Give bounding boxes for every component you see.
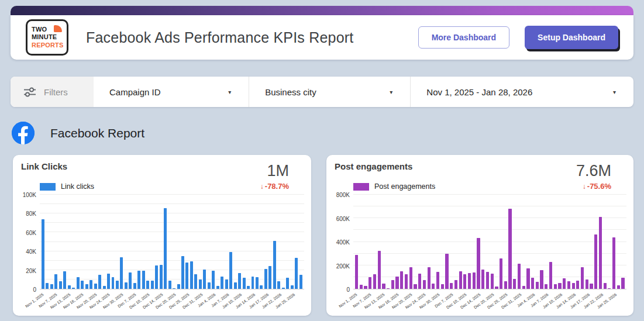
bar[interactable]	[247, 286, 250, 289]
bar[interactable]	[418, 274, 421, 289]
bar[interactable]	[369, 277, 371, 289]
bar[interactable]	[409, 267, 412, 289]
bar[interactable]	[72, 288, 75, 289]
bar[interactable]	[77, 277, 80, 289]
bar[interactable]	[243, 278, 246, 289]
bar[interactable]	[500, 258, 502, 289]
bar[interactable]	[112, 277, 115, 289]
bar[interactable]	[594, 234, 597, 289]
bar[interactable]	[151, 281, 154, 289]
bar[interactable]	[387, 288, 390, 289]
bar[interactable]	[477, 238, 480, 289]
bar[interactable]	[85, 284, 88, 289]
legend-item[interactable]: Post engagements	[353, 182, 435, 191]
bar[interactable]	[81, 281, 84, 289]
bar[interactable]	[277, 281, 280, 289]
bar[interactable]	[50, 284, 53, 289]
bar[interactable]	[450, 283, 453, 289]
bar[interactable]	[125, 282, 128, 289]
bar[interactable]	[391, 280, 394, 289]
bar[interactable]	[221, 277, 223, 289]
bar[interactable]	[252, 277, 254, 289]
bar[interactable]	[599, 217, 602, 289]
bar[interactable]	[89, 280, 92, 289]
bar[interactable]	[264, 269, 267, 289]
bar[interactable]	[177, 284, 180, 289]
bar[interactable]	[526, 268, 529, 289]
bar[interactable]	[608, 288, 611, 289]
bar[interactable]	[103, 286, 106, 289]
bar[interactable]	[414, 284, 416, 289]
bar[interactable]	[382, 284, 385, 289]
bar[interactable]	[203, 270, 206, 289]
bar[interactable]	[238, 273, 241, 289]
more-dashboard-button[interactable]: More Dashboard	[418, 26, 509, 49]
bar[interactable]	[486, 272, 489, 289]
bar[interactable]	[98, 275, 101, 289]
business-city-dropdown[interactable]: Business city ▾	[249, 77, 410, 107]
bar[interactable]	[155, 265, 158, 289]
bar[interactable]	[181, 256, 184, 289]
bar[interactable]	[481, 270, 484, 289]
bar[interactable]	[504, 281, 507, 289]
legend-item[interactable]: Link clicks	[40, 182, 94, 191]
bar[interactable]	[199, 279, 202, 289]
bar[interactable]	[441, 284, 444, 289]
bar[interactable]	[513, 279, 516, 289]
bar[interactable]	[194, 274, 197, 289]
date-range-dropdown[interactable]: Nov 1, 2025 - Jan 28, 2026 ▾	[411, 77, 633, 107]
bar[interactable]	[400, 271, 403, 289]
bar[interactable]	[445, 254, 448, 289]
bar[interactable]	[531, 278, 534, 289]
bar[interactable]	[120, 257, 123, 289]
bar[interactable]	[378, 251, 381, 289]
bar[interactable]	[295, 258, 298, 289]
bar[interactable]	[256, 277, 259, 289]
bar[interactable]	[133, 283, 136, 289]
bar[interactable]	[185, 263, 188, 289]
bar[interactable]	[234, 282, 237, 289]
bar[interactable]	[208, 282, 211, 289]
bar[interactable]	[604, 283, 607, 289]
bar[interactable]	[586, 279, 588, 289]
bar[interactable]	[495, 287, 498, 289]
bar[interactable]	[63, 271, 66, 289]
bar[interactable]	[612, 237, 615, 289]
bar[interactable]	[94, 284, 97, 289]
bar[interactable]	[508, 209, 511, 289]
bar[interactable]	[107, 274, 110, 289]
bar[interactable]	[168, 281, 171, 289]
campaign-id-dropdown[interactable]: Campaign ID ▾	[94, 77, 249, 107]
bar[interactable]	[454, 280, 457, 289]
bar[interactable]	[567, 281, 570, 289]
bar[interactable]	[291, 285, 294, 289]
bar[interactable]	[536, 282, 539, 289]
bar[interactable]	[428, 267, 431, 289]
bar[interactable]	[54, 274, 57, 289]
bar[interactable]	[468, 273, 471, 289]
bar[interactable]	[137, 271, 140, 289]
bar[interactable]	[216, 286, 219, 289]
bar[interactable]	[299, 275, 302, 289]
bar[interactable]	[260, 285, 263, 289]
bar[interactable]	[491, 274, 494, 289]
setup-dashboard-button[interactable]: Setup Dashboard	[525, 26, 618, 49]
bar[interactable]	[572, 283, 575, 289]
bar[interactable]	[436, 272, 439, 289]
bar[interactable]	[164, 208, 167, 289]
bar[interactable]	[395, 277, 398, 289]
bar[interactable]	[273, 241, 276, 289]
bar[interactable]	[405, 274, 408, 289]
bar[interactable]	[142, 271, 145, 289]
bar[interactable]	[540, 270, 543, 289]
bar[interactable]	[68, 285, 71, 289]
bar[interactable]	[42, 219, 44, 289]
bar[interactable]	[286, 278, 289, 289]
bar[interactable]	[621, 278, 624, 289]
bar[interactable]	[558, 283, 561, 289]
bar[interactable]	[190, 261, 193, 289]
bar[interactable]	[129, 272, 132, 289]
bar[interactable]	[581, 267, 584, 289]
bar[interactable]	[459, 271, 462, 289]
bar[interactable]	[473, 272, 476, 289]
